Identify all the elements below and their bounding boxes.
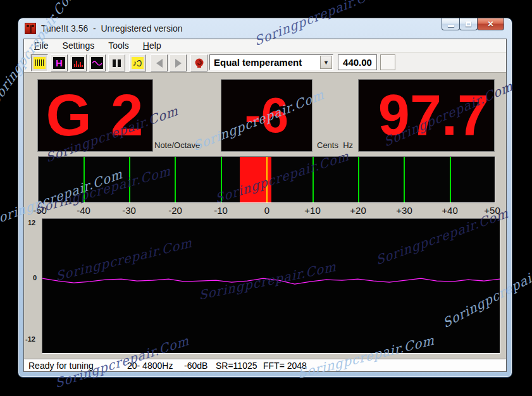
- meter-tick: [129, 157, 130, 202]
- meter-scale: -50 -40 -30 -20 -10 0 +10 +20 +30 +40 +5…: [24, 205, 506, 215]
- toolbar: H ♪Ɔ: [24, 53, 506, 73]
- reference-frequency-input[interactable]: [338, 54, 377, 70]
- temperament-select[interactable]: Equal temperament ▼: [209, 54, 333, 70]
- listen-head-icon: [194, 58, 205, 69]
- client-area: File Settings Tools Help H: [23, 39, 507, 372]
- menu-bar: File Settings Tools Help: [24, 39, 506, 53]
- frequency-display: 97.7: [358, 79, 495, 152]
- maximize-icon: [466, 22, 471, 27]
- strobe-icon: [34, 57, 46, 69]
- minimize-button[interactable]: [442, 18, 460, 30]
- chevron-down-icon[interactable]: ▼: [320, 56, 332, 69]
- app-icon: [25, 23, 36, 34]
- title-bar: Tune!It 3.56 - Unregistered version ✕: [18, 18, 512, 39]
- waveform-trace: [42, 219, 500, 353]
- strobe-view-button[interactable]: [31, 54, 48, 71]
- app-window: Tune!It 3.56 - Unregistered version ✕ Fi…: [18, 18, 512, 378]
- status-db: -60dB: [184, 361, 207, 371]
- meter-tick: [404, 157, 405, 202]
- status-range: 20- 4800Hz: [127, 361, 173, 371]
- status-samplerate: SR=11025: [216, 361, 257, 371]
- meter-tick: [450, 157, 451, 202]
- cents-display: -6: [221, 79, 312, 152]
- meter-tick: [175, 157, 176, 202]
- meter-zero-line: [266, 157, 268, 202]
- spectrum-view-button[interactable]: [70, 54, 87, 71]
- menu-tools[interactable]: Tools: [101, 40, 136, 51]
- sine-wave-icon: [91, 57, 103, 69]
- previous-arrow-icon: [156, 59, 163, 68]
- spectrum-icon: [72, 57, 84, 69]
- play-reference-note-button[interactable]: ♪Ɔ: [129, 54, 146, 71]
- meter-tick: [221, 157, 222, 202]
- pause-icon: [111, 57, 123, 69]
- next-note-button[interactable]: [170, 54, 187, 71]
- status-fft: FFT= 2048: [263, 361, 307, 371]
- note-display: G 2: [37, 79, 153, 152]
- note-octave-label: Note/Octave: [154, 140, 200, 150]
- waveform-yzero-label: 0: [33, 274, 37, 282]
- cents-hz-label: Cents Hz: [317, 140, 353, 150]
- waveform-ymax-label: 12: [28, 219, 35, 226]
- close-button[interactable]: ✕: [477, 18, 504, 30]
- meter-tick: [84, 157, 85, 202]
- minimize-icon: [448, 25, 454, 27]
- status-bar: Ready for tuning 20- 4800Hz -60dB SR=110…: [24, 359, 506, 372]
- harmonics-icon: H: [53, 57, 65, 69]
- close-icon: ✕: [487, 20, 493, 28]
- waveform-view-button[interactable]: [89, 54, 106, 71]
- note-ear-icon: ♪Ɔ: [132, 57, 144, 69]
- menu-file[interactable]: File: [27, 40, 56, 51]
- aux-box-button[interactable]: [380, 54, 395, 70]
- waveform-panel: [42, 218, 500, 354]
- maximize-button[interactable]: [459, 18, 478, 30]
- menu-help[interactable]: Help: [136, 40, 168, 51]
- meter-tick: [312, 157, 314, 202]
- menu-settings[interactable]: Settings: [56, 40, 102, 51]
- window-title: Tune!It 3.56 - Unregistered version: [41, 23, 183, 34]
- pause-button[interactable]: [108, 54, 125, 71]
- waveform-ymin-label: -12: [25, 335, 35, 343]
- temperament-value: Equal temperament: [210, 57, 320, 68]
- next-arrow-icon: [175, 59, 182, 68]
- previous-note-button[interactable]: [151, 54, 168, 71]
- meter-tick: [358, 157, 359, 202]
- status-ready: Ready for tuning: [28, 361, 94, 371]
- harmonics-view-button[interactable]: H: [51, 54, 68, 71]
- listen-mode-button[interactable]: [190, 54, 207, 71]
- cents-meter: [38, 156, 495, 203]
